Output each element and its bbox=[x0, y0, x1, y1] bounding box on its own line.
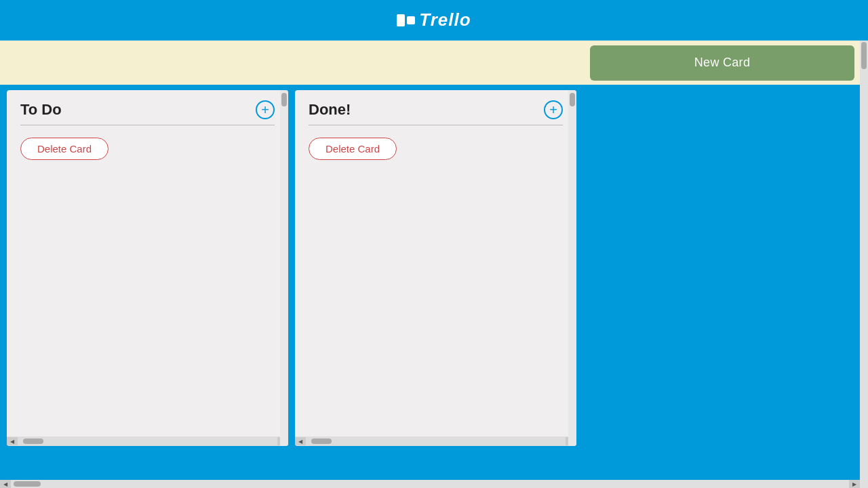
column-done-delete-button[interactable]: Delete Card bbox=[309, 138, 397, 160]
column-todo-vscrollbar-thumb bbox=[281, 93, 287, 106]
column-todo-add-icon[interactable]: + bbox=[256, 100, 275, 119]
column-done-hscrollbar-thumb bbox=[311, 439, 332, 444]
column-done-scroll-left[interactable]: ◀ bbox=[295, 437, 306, 445]
column-todo-scroll-left[interactable]: ◀ bbox=[7, 437, 18, 445]
trello-icon bbox=[397, 14, 415, 26]
column-done-add-icon[interactable]: + bbox=[544, 100, 563, 119]
trello-logo-text: Trello bbox=[419, 9, 471, 30]
column-done-header: Done! + bbox=[309, 100, 563, 119]
column-todo-inner: To Do + Delete Card bbox=[7, 90, 288, 436]
main-vscrollbar-thumb bbox=[861, 42, 867, 69]
header: Trello bbox=[0, 0, 868, 41]
column-done-vscrollbar[interactable] bbox=[568, 90, 576, 446]
main-hscrollbar[interactable]: ◀ ▶ bbox=[0, 480, 860, 488]
column-done-divider bbox=[309, 125, 563, 125]
new-card-button[interactable]: New Card bbox=[590, 45, 854, 81]
column-todo-vscrollbar[interactable] bbox=[280, 90, 288, 446]
trello-icon-left bbox=[397, 14, 405, 26]
column-todo-divider bbox=[20, 125, 275, 125]
trello-logo: Trello bbox=[397, 9, 471, 30]
trello-icon-right bbox=[407, 16, 415, 24]
main-hscrollbar-thumb bbox=[14, 481, 41, 487]
column-todo-hscrollbar[interactable]: ◀ ▶ bbox=[7, 436, 288, 446]
column-done-vscrollbar-thumb bbox=[570, 93, 575, 106]
column-todo-hscrollbar-thumb bbox=[23, 439, 43, 444]
column-todo: To Do + Delete Card ◀ ▶ bbox=[7, 90, 288, 446]
toolbar: New Card bbox=[0, 41, 868, 85]
column-done: Done! + Delete Card ◀ ▶ bbox=[295, 90, 576, 446]
main-scroll-left[interactable]: ◀ bbox=[0, 480, 11, 488]
column-done-title: Done! bbox=[309, 101, 351, 119]
column-todo-title: To Do bbox=[20, 101, 62, 119]
column-todo-delete-button[interactable]: Delete Card bbox=[20, 138, 108, 160]
column-done-inner: Done! + Delete Card bbox=[295, 90, 576, 436]
column-todo-header: To Do + bbox=[20, 100, 275, 119]
main-vscrollbar[interactable] bbox=[860, 41, 868, 488]
main-scroll-right[interactable]: ▶ bbox=[849, 480, 860, 488]
column-done-hscrollbar[interactable]: ◀ ▶ bbox=[295, 436, 576, 446]
board: To Do + Delete Card ◀ ▶ Done! + Delete C… bbox=[0, 85, 868, 488]
